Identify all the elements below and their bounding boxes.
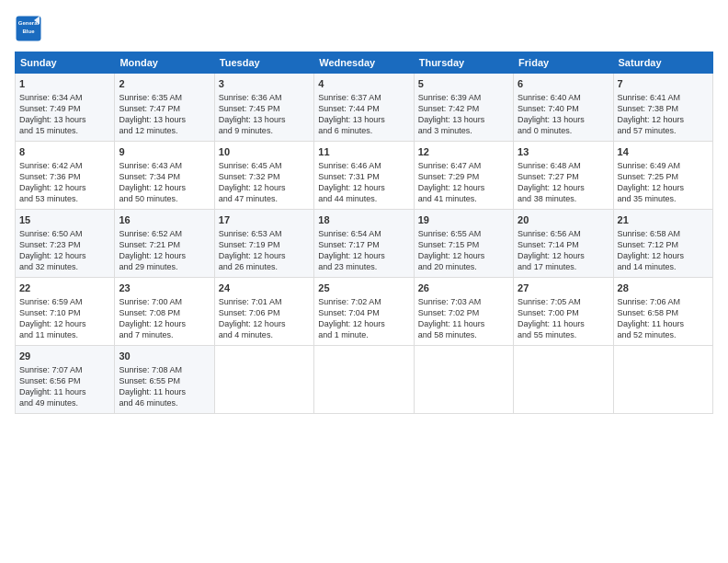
day-info-line: Sunset: 7:23 PM	[19, 239, 110, 250]
day-number: 21	[618, 213, 709, 227]
day-number: 30	[119, 350, 210, 363]
col-header-friday: Friday	[514, 52, 613, 74]
calendar-cell	[514, 346, 613, 414]
day-info-line: Sunrise: 7:07 AM	[19, 364, 110, 375]
day-number: 8	[19, 145, 110, 159]
calendar-cell: 24Sunrise: 7:01 AMSunset: 7:06 PMDayligh…	[214, 278, 313, 346]
day-number: 1	[19, 77, 110, 91]
day-info-line: Sunrise: 6:40 AM	[518, 92, 609, 103]
day-info-line: Sunrise: 7:03 AM	[418, 296, 509, 307]
col-header-saturday: Saturday	[613, 52, 712, 74]
day-info-line: Sunrise: 6:45 AM	[219, 160, 310, 171]
day-info-line: and 32 minutes.	[19, 261, 110, 272]
day-info-line: Sunset: 7:04 PM	[318, 307, 409, 318]
calendar-cell: 28Sunrise: 7:06 AMSunset: 6:58 PMDayligh…	[613, 278, 712, 346]
day-info-line: Sunrise: 6:50 AM	[19, 228, 110, 239]
calendar-cell: 18Sunrise: 6:54 AMSunset: 7:17 PMDayligh…	[314, 210, 414, 278]
day-number: 2	[119, 77, 210, 91]
day-info-line: Sunrise: 6:54 AM	[318, 228, 409, 239]
day-info-line: Sunrise: 7:01 AM	[219, 296, 310, 307]
day-info-line: and 29 minutes.	[119, 261, 210, 272]
day-info-line: Daylight: 12 hours	[19, 182, 110, 193]
day-info-line: Daylight: 11 hours	[618, 318, 709, 329]
calendar-week-row: 15Sunrise: 6:50 AMSunset: 7:23 PMDayligh…	[16, 210, 713, 278]
day-info-line: and 7 minutes.	[119, 329, 210, 340]
day-info-line: and 38 minutes.	[518, 193, 609, 204]
day-info-line: Daylight: 12 hours	[618, 250, 709, 261]
calendar-body: 1Sunrise: 6:34 AMSunset: 7:49 PMDaylight…	[16, 74, 713, 414]
day-info-line: Daylight: 12 hours	[19, 250, 110, 261]
day-info-line: and 15 minutes.	[19, 125, 110, 136]
day-number: 11	[318, 145, 409, 159]
day-info-line: Daylight: 12 hours	[518, 250, 609, 261]
calendar-cell: 19Sunrise: 6:55 AMSunset: 7:15 PMDayligh…	[414, 210, 513, 278]
logo: General Blue	[15, 15, 46, 42]
day-info-line: Sunset: 7:14 PM	[518, 239, 609, 250]
calendar-cell: 8Sunrise: 6:42 AMSunset: 7:36 PMDaylight…	[16, 142, 115, 210]
day-info-line: Sunrise: 7:05 AM	[518, 296, 609, 307]
day-info-line: Sunset: 7:32 PM	[219, 171, 310, 182]
day-info-line: Daylight: 12 hours	[119, 318, 210, 329]
calendar-week-row: 22Sunrise: 6:59 AMSunset: 7:10 PMDayligh…	[16, 278, 713, 346]
calendar-cell: 16Sunrise: 6:52 AMSunset: 7:21 PMDayligh…	[115, 210, 214, 278]
day-info-line: Daylight: 13 hours	[119, 114, 210, 125]
day-number: 7	[618, 77, 709, 91]
day-info-line: and 3 minutes.	[418, 125, 509, 136]
day-number: 14	[618, 145, 709, 159]
day-info-line: Sunset: 7:00 PM	[518, 307, 609, 318]
day-info-line: Daylight: 11 hours	[19, 386, 110, 397]
day-info-line: and 17 minutes.	[518, 261, 609, 272]
day-info-line: Daylight: 13 hours	[318, 114, 409, 125]
day-info-line: Sunset: 7:38 PM	[618, 103, 709, 114]
calendar-cell: 21Sunrise: 6:58 AMSunset: 7:12 PMDayligh…	[613, 210, 712, 278]
calendar-cell: 12Sunrise: 6:47 AMSunset: 7:29 PMDayligh…	[414, 142, 513, 210]
day-info-line: Daylight: 12 hours	[318, 250, 409, 261]
day-info-line: Sunrise: 6:56 AM	[518, 228, 609, 239]
day-info-line: Daylight: 13 hours	[219, 114, 310, 125]
day-info-line: Sunrise: 6:58 AM	[618, 228, 709, 239]
day-info-line: Sunset: 6:55 PM	[119, 375, 210, 386]
day-info-line: Sunset: 6:56 PM	[19, 375, 110, 386]
calendar-week-row: 29Sunrise: 7:07 AMSunset: 6:56 PMDayligh…	[16, 346, 713, 414]
day-info-line: Sunrise: 6:47 AM	[418, 160, 509, 171]
calendar-cell	[314, 346, 414, 414]
day-info-line: Sunset: 7:40 PM	[518, 103, 609, 114]
day-info-line: Sunrise: 6:34 AM	[19, 92, 110, 103]
day-info-line: Daylight: 12 hours	[518, 182, 609, 193]
calendar-cell: 27Sunrise: 7:05 AMSunset: 7:00 PMDayligh…	[514, 278, 613, 346]
day-info-line: Sunset: 7:49 PM	[19, 103, 110, 114]
col-header-wednesday: Wednesday	[314, 52, 414, 74]
calendar-cell: 1Sunrise: 6:34 AMSunset: 7:49 PMDaylight…	[16, 74, 115, 142]
day-info-line: Sunset: 7:44 PM	[318, 103, 409, 114]
day-info-line: and 50 minutes.	[119, 193, 210, 204]
day-number: 6	[518, 77, 609, 91]
day-info-line: and 47 minutes.	[219, 193, 310, 204]
day-info-line: Sunset: 7:17 PM	[318, 239, 409, 250]
day-info-line: Daylight: 12 hours	[618, 182, 709, 193]
day-info-line: Sunset: 7:10 PM	[19, 307, 110, 318]
day-info-line: Daylight: 12 hours	[219, 318, 310, 329]
day-info-line: Sunrise: 6:42 AM	[19, 160, 110, 171]
calendar-week-row: 8Sunrise: 6:42 AMSunset: 7:36 PMDaylight…	[16, 142, 713, 210]
day-info-line: Daylight: 13 hours	[518, 114, 609, 125]
day-info-line: Sunset: 7:25 PM	[618, 171, 709, 182]
calendar-cell	[214, 346, 313, 414]
day-info-line: Daylight: 12 hours	[19, 318, 110, 329]
day-info-line: Daylight: 12 hours	[318, 182, 409, 193]
day-info-line: and 46 minutes.	[119, 397, 210, 408]
calendar-cell: 5Sunrise: 6:39 AMSunset: 7:42 PMDaylight…	[414, 74, 513, 142]
day-info-line: Sunset: 7:45 PM	[219, 103, 310, 114]
calendar-cell: 6Sunrise: 6:40 AMSunset: 7:40 PMDaylight…	[514, 74, 613, 142]
day-info-line: Daylight: 11 hours	[518, 318, 609, 329]
day-info-line: Sunrise: 6:46 AM	[318, 160, 409, 171]
day-info-line: Sunset: 7:36 PM	[19, 171, 110, 182]
day-info-line: and 57 minutes.	[618, 125, 709, 136]
day-info-line: and 9 minutes.	[219, 125, 310, 136]
day-info-line: Sunset: 7:27 PM	[518, 171, 609, 182]
day-info-line: and 26 minutes.	[219, 261, 310, 272]
day-info-line: Sunset: 7:02 PM	[418, 307, 509, 318]
day-info-line: and 14 minutes.	[618, 261, 709, 272]
day-info-line: Sunset: 6:58 PM	[618, 307, 709, 318]
day-info-line: Daylight: 12 hours	[618, 114, 709, 125]
day-info-line: Sunrise: 6:53 AM	[219, 228, 310, 239]
